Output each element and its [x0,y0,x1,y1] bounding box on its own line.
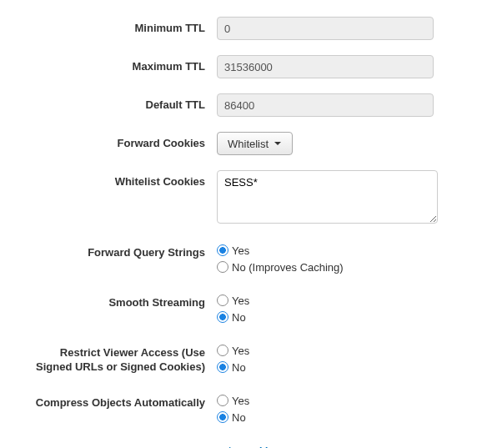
forward-query-label: Forward Query Strings [25,241,217,260]
smooth-streaming-yes-label: Yes [232,294,249,307]
forward-cookies-select[interactable]: Whitelist [217,132,293,155]
smooth-streaming-radios: Yes No [217,291,434,326]
learn-more-link[interactable]: Learn More [228,445,284,448]
forward-query-no-radio[interactable] [217,261,228,273]
min-ttl-input[interactable] [217,17,434,40]
max-ttl-label: Maximum TTL [25,55,217,74]
restrict-viewer-yes-radio[interactable] [217,345,228,356]
restrict-viewer-yes-label: Yes [232,345,249,357]
restrict-viewer-label: Restrict Viewer Access (Use Signed URLs … [25,341,217,375]
whitelist-cookies-label: Whitelist Cookies [25,170,217,189]
compress-yes-radio[interactable] [217,395,228,406]
smooth-streaming-no-radio[interactable] [217,311,228,323]
compress-no-label: No [232,411,246,424]
smooth-streaming-no-label: No [232,311,246,324]
min-ttl-label: Minimum TTL [25,17,217,36]
max-ttl-input[interactable] [217,55,434,78]
forward-query-no-label: No (Improves Caching) [232,261,344,274]
forward-cookies-label: Forward Cookies [25,132,217,151]
whitelist-cookies-textarea[interactable]: SESS* [217,170,438,224]
restrict-viewer-radios: Yes No [217,341,434,376]
restrict-viewer-no-label: No [232,361,246,374]
forward-query-yes-radio[interactable] [217,244,228,256]
smooth-streaming-yes-radio[interactable] [217,294,228,306]
smooth-streaming-label: Smooth Streaming [25,291,217,310]
compress-radios: Yes No [217,391,434,426]
restrict-viewer-no-radio[interactable] [217,361,228,373]
default-ttl-input[interactable] [217,93,434,117]
forward-query-yes-label: Yes [232,244,249,257]
forward-query-radios: Yes No (Improves Caching) [217,241,434,276]
forward-cookies-selected: Whitelist [228,138,269,150]
compress-no-radio[interactable] [217,411,228,423]
compress-yes-label: Yes [232,395,249,407]
compress-label: Compress Objects Automatically [25,391,217,410]
default-ttl-label: Default TTL [25,93,217,113]
chevron-down-icon [274,139,282,148]
